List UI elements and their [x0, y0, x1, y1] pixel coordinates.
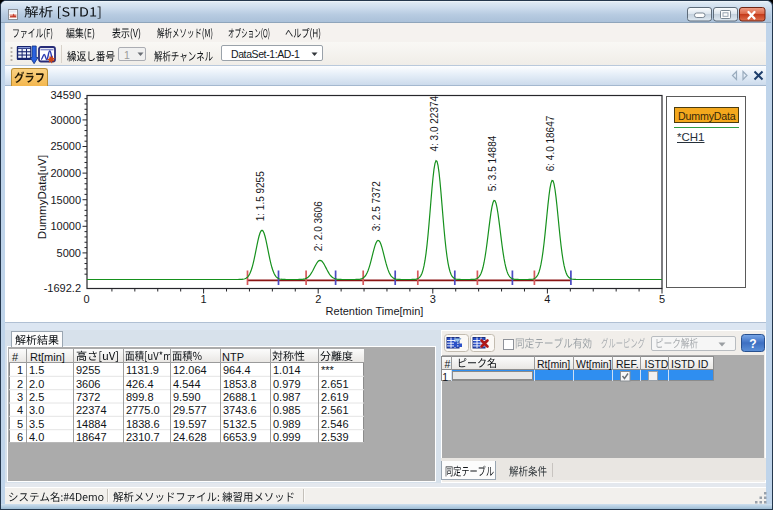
svg-text:?: ?	[749, 337, 756, 351]
svg-text:1: 1.5 9255: 1: 1.5 9255	[255, 171, 266, 221]
svg-text:4: 4	[544, 293, 550, 305]
svg-text:25000: 25000	[50, 140, 81, 152]
svg-text:2: 2.0 3606: 2: 2.0 3606	[313, 201, 324, 251]
svg-text:10000: 10000	[50, 220, 81, 232]
svg-text:4: 3.0 22374: 4: 3.0 22374	[429, 95, 440, 151]
svg-text:1: 1	[201, 293, 207, 305]
svg-text:3: 2.5 7372: 3: 2.5 7372	[371, 181, 382, 231]
svg-text:-1692.2: -1692.2	[44, 282, 81, 294]
svg-text:5000: 5000	[57, 247, 81, 259]
svg-text:5: 5	[659, 293, 665, 305]
svg-text:3: 3	[430, 293, 436, 305]
svg-text:15000: 15000	[50, 194, 81, 206]
svg-text:34590: 34590	[50, 89, 81, 101]
svg-text:6: 4.0 18647: 6: 4.0 18647	[545, 115, 556, 171]
svg-text:2: 2	[315, 293, 321, 305]
svg-text:20000: 20000	[50, 167, 81, 179]
svg-text:Retention Time[min]: Retention Time[min]	[326, 305, 424, 317]
svg-text:30000: 30000	[50, 114, 81, 126]
svg-text:5: 3.5 14884: 5: 3.5 14884	[487, 135, 498, 191]
svg-text:0: 0	[83, 293, 89, 305]
svg-text:DummyData[uV]: DummyData[uV]	[36, 155, 48, 239]
